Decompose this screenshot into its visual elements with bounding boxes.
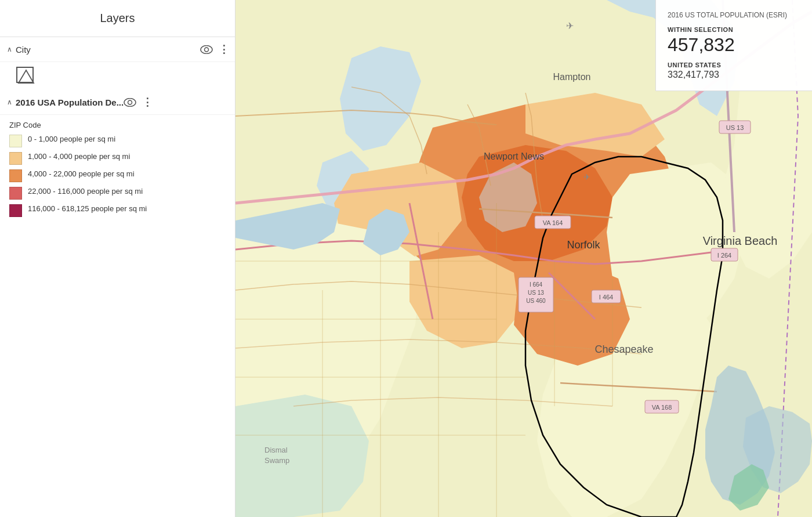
svg-text:Dismal: Dismal — [264, 446, 288, 454]
city-chevron[interactable]: ∧ — [7, 45, 12, 53]
legend-label-1: 1,000 - 4,000 people per sq mi — [28, 151, 130, 162]
svg-text:Swamp: Swamp — [264, 456, 289, 465]
legend-label-2: 4,000 - 22,000 people per sq mi — [28, 169, 135, 179]
svg-text:Hampton: Hampton — [553, 72, 591, 82]
map-area[interactable]: ✈ ✈ Hampton Newport News Norfolk Virgini… — [235, 0, 812, 517]
sidebar: Layers ∧ City ⋮ ∧ 2016 USA Population — [0, 0, 235, 517]
svg-point-1 — [205, 48, 209, 52]
svg-point-4 — [128, 100, 132, 104]
svg-text:I 664: I 664 — [530, 281, 543, 288]
legend-swatch-2 — [9, 169, 22, 182]
population-visibility-icon[interactable] — [124, 98, 136, 107]
population-layer-row: ∧ 2016 USA Population De... ⋮ — [0, 90, 235, 115]
city-layer-row: ∧ City ⋮ — [0, 37, 235, 62]
legend-category: ZIP Code — [9, 121, 226, 129]
city-symbol — [16, 67, 34, 83]
svg-text:Virginia Beach: Virginia Beach — [703, 234, 778, 247]
svg-text:VA 168: VA 168 — [652, 404, 672, 411]
svg-text:Newport News: Newport News — [484, 151, 544, 161]
legend-item-3: 22,000 - 116,000 people per sq mi — [9, 186, 226, 200]
svg-text:I 464: I 464 — [599, 294, 613, 301]
svg-text:✈: ✈ — [566, 21, 574, 31]
city-more-options-icon[interactable]: ⋮ — [219, 43, 228, 56]
sidebar-title: Layers — [100, 12, 135, 25]
country-label: UNITED STATES — [668, 62, 800, 68]
legend-section: ZIP Code 0 - 1,000 people per sq mi 1,00… — [0, 115, 235, 227]
legend-item-0: 0 - 1,000 people per sq mi — [9, 134, 226, 147]
legend-label-3: 22,000 - 116,000 people per sq mi — [28, 186, 143, 197]
svg-text:Chesapeake: Chesapeake — [594, 344, 653, 355]
city-visibility-icon[interactable] — [200, 45, 213, 54]
stats-panel: 2016 US TOTAL POPULATION (ESRI) WITHIN S… — [655, 0, 812, 91]
legend-label-0: 0 - 1,000 people per sq mi — [28, 134, 115, 144]
svg-text:US 13: US 13 — [528, 290, 544, 296]
sidebar-header: Layers — [0, 0, 235, 37]
svg-text:I 264: I 264 — [717, 252, 731, 259]
svg-point-0 — [201, 45, 212, 53]
svg-text:✈: ✈ — [583, 172, 590, 182]
svg-point-3 — [124, 98, 136, 106]
population-more-options-icon[interactable]: ⋮ — [142, 96, 151, 109]
legend-swatch-0 — [9, 135, 22, 147]
legend-item-2: 4,000 - 22,000 people per sq mi — [9, 169, 226, 182]
legend-label-4: 116,000 - 618,125 people per sq mi — [28, 204, 147, 214]
svg-text:Norfolk: Norfolk — [567, 239, 600, 251]
legend-item-1: 1,000 - 4,000 people per sq mi — [9, 151, 226, 165]
city-layer-title: City — [16, 45, 200, 55]
svg-marker-2 — [19, 70, 34, 83]
city-symbol-row — [0, 62, 235, 90]
within-selection-label: WITHIN SELECTION — [668, 26, 800, 33]
population-layer-icons: ⋮ — [124, 96, 151, 109]
svg-text:VA 164: VA 164 — [543, 219, 563, 226]
country-value: 332,417,793 — [668, 70, 800, 80]
legend-swatch-4 — [9, 204, 22, 217]
legend-item-4: 116,000 - 618,125 people per sq mi — [9, 204, 226, 217]
stats-title: 2016 US TOTAL POPULATION (ESRI) — [668, 10, 800, 20]
legend-swatch-3 — [9, 187, 22, 200]
population-chevron[interactable]: ∧ — [7, 98, 12, 106]
population-layer-title: 2016 USA Population De... — [16, 97, 124, 107]
svg-text:US 13: US 13 — [726, 124, 744, 131]
legend-swatch-1 — [9, 152, 22, 165]
city-layer-icons: ⋮ — [200, 43, 228, 56]
svg-text:US 460: US 460 — [526, 298, 546, 304]
within-selection-value: 457,832 — [668, 34, 800, 56]
